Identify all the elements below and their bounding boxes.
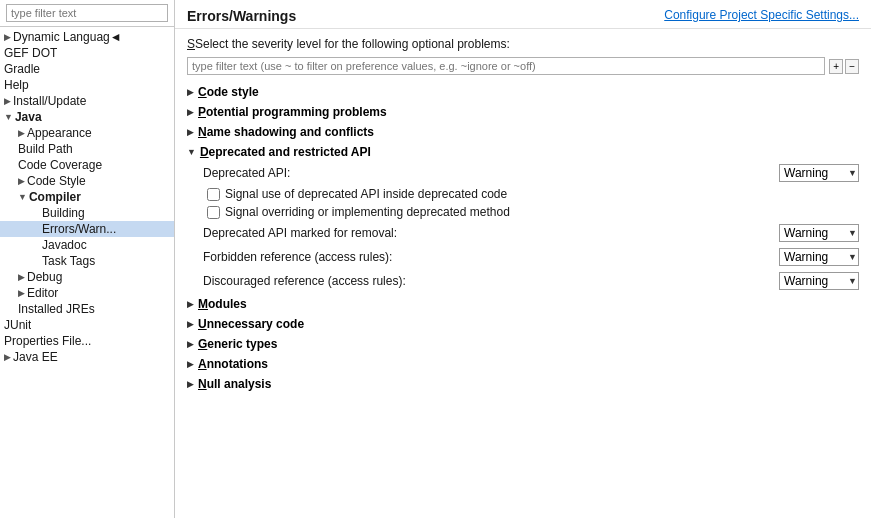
section-arrow-name-shadowing: ▶ xyxy=(187,127,194,137)
sidebar-item-build-path[interactable]: Build Path xyxy=(0,141,174,157)
sidebar-item-task-tags[interactable]: Task Tags xyxy=(0,253,174,269)
sidebar-item-help[interactable]: Help xyxy=(0,77,174,93)
sidebar-label-help: Help xyxy=(4,78,29,92)
dropdown-wrapper-deprecated-api: IgnoreInfoWarningError▼ xyxy=(779,164,859,182)
sidebar-item-install-update[interactable]: ▶Install/Update xyxy=(0,93,174,109)
expand-all-button[interactable]: + xyxy=(829,59,843,74)
checkbox-row-cb-signal-deprecated: Signal use of deprecated API inside depr… xyxy=(203,185,859,203)
main-container: ▶Dynamic Languag◄GEF DOTGradleHelp▶Insta… xyxy=(0,0,871,518)
dropdown-wrapper-deprecated-removal: IgnoreInfoWarningError▼ xyxy=(779,224,859,242)
section-deprecated-restricted: ▼Deprecated and restricted APIDeprecated… xyxy=(187,143,859,293)
sidebar-label-properties-file: Properties File... xyxy=(4,334,91,348)
sidebar-label-code-coverage: Code Coverage xyxy=(18,158,102,172)
sidebar-item-java[interactable]: ▼Java xyxy=(0,109,174,125)
section-unnecessary-code: ▶Unnecessary code xyxy=(187,315,859,333)
setting-row-discouraged-reference: Discouraged reference (access rules):Ign… xyxy=(203,269,859,293)
setting-label-forbidden-reference: Forbidden reference (access rules): xyxy=(203,250,392,264)
sidebar-item-installed-jres[interactable]: Installed JREs xyxy=(0,301,174,317)
section-header-deprecated-restricted[interactable]: ▼Deprecated and restricted API xyxy=(187,143,859,161)
section-header-code-style[interactable]: ▶Code style xyxy=(187,83,859,101)
dropdown-deprecated-api[interactable]: IgnoreInfoWarningError xyxy=(779,164,859,182)
setting-row-forbidden-reference: Forbidden reference (access rules):Ignor… xyxy=(203,245,859,269)
dropdown-deprecated-removal[interactable]: IgnoreInfoWarningError xyxy=(779,224,859,242)
configure-link[interactable]: Configure Project Specific Settings... xyxy=(664,8,859,22)
sidebar-label-appearance: Appearance xyxy=(27,126,92,140)
sidebar-item-gradle[interactable]: Gradle xyxy=(0,61,174,77)
section-label-deprecated-restricted: Deprecated and restricted API xyxy=(200,145,371,159)
collapse-all-button[interactable]: − xyxy=(845,59,859,74)
section-label-potential-programming: Potential programming problems xyxy=(198,105,387,119)
sidebar-label-javadoc: Javadoc xyxy=(42,238,87,252)
checkbox-row-cb-signal-overriding: Signal overriding or implementing deprec… xyxy=(203,203,859,221)
sidebar-filter-input[interactable] xyxy=(6,4,168,22)
section-label-code-style: Code style xyxy=(198,85,259,99)
section-header-unnecessary-code[interactable]: ▶Unnecessary code xyxy=(187,315,859,333)
section-arrow-generic-types: ▶ xyxy=(187,339,194,349)
section-generic-types: ▶Generic types xyxy=(187,335,859,353)
setting-label-deprecated-removal: Deprecated API marked for removal: xyxy=(203,226,397,240)
sidebar-label-java: Java xyxy=(15,110,42,124)
tree-arrow-editor: ▶ xyxy=(18,288,25,298)
setting-row-deprecated-api: Deprecated API:IgnoreInfoWarningError▼ xyxy=(203,161,859,185)
sidebar-filter-area xyxy=(0,0,174,27)
sidebar-item-junit[interactable]: JUnit xyxy=(0,317,174,333)
tree-arrow-dynamic-languages: ▶ xyxy=(4,32,11,42)
section-arrow-deprecated-restricted: ▼ xyxy=(187,147,196,157)
sidebar-item-debug[interactable]: ▶Debug xyxy=(0,269,174,285)
section-header-generic-types[interactable]: ▶Generic types xyxy=(187,335,859,353)
sidebar-item-javadoc[interactable]: Javadoc xyxy=(0,237,174,253)
sidebar-label-build-path: Build Path xyxy=(18,142,73,156)
checkbox-label-cb-signal-deprecated: Signal use of deprecated API inside depr… xyxy=(225,187,507,201)
dropdown-discouraged-reference[interactable]: IgnoreInfoWarningError xyxy=(779,272,859,290)
sidebar-label-compiler: Compiler xyxy=(29,190,81,204)
section-modules: ▶Modules xyxy=(187,295,859,313)
sidebar-item-code-coverage[interactable]: Code Coverage xyxy=(0,157,174,173)
sidebar-item-building[interactable]: Building xyxy=(0,205,174,221)
section-code-style: ▶Code style xyxy=(187,83,859,101)
section-label-annotations: Annotations xyxy=(198,357,268,371)
section-name-shadowing: ▶Name shadowing and conflicts xyxy=(187,123,859,141)
section-header-modules[interactable]: ▶Modules xyxy=(187,295,859,313)
section-header-null-analysis[interactable]: ▶Null analysis xyxy=(187,375,859,393)
content-panel: Errors/Warnings Configure Project Specif… xyxy=(175,0,871,518)
section-annotations: ▶Annotations xyxy=(187,355,859,373)
sidebar-item-java-ee[interactable]: ▶Java EE xyxy=(0,349,174,365)
sidebar-item-gef-dot[interactable]: GEF DOT xyxy=(0,45,174,61)
section-label-unnecessary-code: Unnecessary code xyxy=(198,317,304,331)
sidebar-label-errors-warnings: Errors/Warn... xyxy=(42,222,116,236)
checkbox-cb-signal-deprecated[interactable] xyxy=(207,188,220,201)
section-header-name-shadowing[interactable]: ▶Name shadowing and conflicts xyxy=(187,123,859,141)
sidebar-label-dynamic-languages: Dynamic Languag◄ xyxy=(13,30,122,44)
setting-label-deprecated-api: Deprecated API: xyxy=(203,166,290,180)
tree-arrow-java: ▼ xyxy=(4,112,13,122)
sidebar-item-code-style[interactable]: ▶Code Style xyxy=(0,173,174,189)
section-arrow-unnecessary-code: ▶ xyxy=(187,319,194,329)
tree-arrow-debug: ▶ xyxy=(18,272,25,282)
sidebar-tree: ▶Dynamic Languag◄GEF DOTGradleHelp▶Insta… xyxy=(0,27,174,518)
sidebar-item-properties-file[interactable]: Properties File... xyxy=(0,333,174,349)
sidebar-label-installed-jres: Installed JREs xyxy=(18,302,95,316)
sidebar-label-gef-dot: GEF DOT xyxy=(4,46,57,60)
section-header-annotations[interactable]: ▶Annotations xyxy=(187,355,859,373)
sidebar-item-compiler[interactable]: ▼Compiler xyxy=(0,189,174,205)
checkbox-cb-signal-overriding[interactable] xyxy=(207,206,220,219)
sidebar: ▶Dynamic Languag◄GEF DOTGradleHelp▶Insta… xyxy=(0,0,175,518)
section-arrow-code-style: ▶ xyxy=(187,87,194,97)
section-potential-programming: ▶Potential programming problems xyxy=(187,103,859,121)
sidebar-label-gradle: Gradle xyxy=(4,62,40,76)
sidebar-item-dynamic-languages[interactable]: ▶Dynamic Languag◄ xyxy=(0,29,174,45)
sidebar-item-appearance[interactable]: ▶Appearance xyxy=(0,125,174,141)
content-body: SSelect the severity level for the follo… xyxy=(175,29,871,518)
content-filter-input[interactable] xyxy=(187,57,825,75)
sidebar-item-editor[interactable]: ▶Editor xyxy=(0,285,174,301)
sidebar-label-java-ee: Java EE xyxy=(13,350,58,364)
dropdown-forbidden-reference[interactable]: IgnoreInfoWarningError xyxy=(779,248,859,266)
severity-label: SSelect the severity level for the follo… xyxy=(187,37,859,51)
section-header-potential-programming[interactable]: ▶Potential programming problems xyxy=(187,103,859,121)
sidebar-label-task-tags: Task Tags xyxy=(42,254,95,268)
sidebar-item-errors-warnings[interactable]: Errors/Warn... xyxy=(0,221,174,237)
sidebar-label-install-update: Install/Update xyxy=(13,94,86,108)
sidebar-label-junit: JUnit xyxy=(4,318,31,332)
section-arrow-annotations: ▶ xyxy=(187,359,194,369)
tree-arrow-code-style: ▶ xyxy=(18,176,25,186)
